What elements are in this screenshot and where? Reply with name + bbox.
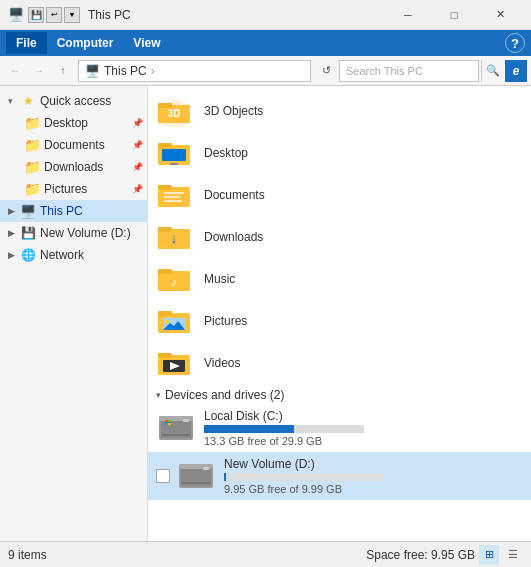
folder-item-music[interactable]: ♪ Music [148,258,531,300]
forward-button[interactable]: → [28,60,50,82]
drive-bar-bg-c [204,425,364,433]
folder-name-videos: Videos [204,356,240,370]
help-button[interactable]: ? [505,33,525,53]
drive-bar-bg-d [224,473,384,481]
undo-toolbar-btn[interactable]: ↩ [46,7,62,23]
folder-name-desktop: Desktop [204,146,248,160]
window-icon: 🖥️ [8,7,24,22]
title-bar: 🖥️ 💾 ↩ ▼ This PC ─ □ ✕ [0,0,531,30]
folder-icon: 📁 [24,137,40,153]
folder-item-desktop[interactable]: Desktop [148,132,531,174]
sidebar-item-pictures[interactable]: 📁 Pictures 📌 [0,178,147,200]
sidebar-item-network[interactable]: ▶ 🌐 Network [0,244,147,266]
drive-icon: 💾 [20,225,36,241]
svg-rect-44 [181,482,211,484]
folder-item-documents[interactable]: Documents [148,174,531,216]
address-path[interactable]: 🖥️ This PC › [78,60,311,82]
folder-item-3d-objects[interactable]: 3D 3D Objects [148,90,531,132]
maximize-button[interactable]: □ [431,0,477,30]
folder-item-pictures[interactable]: Pictures [148,300,531,342]
svg-rect-37 [168,420,171,422]
svg-rect-38 [165,423,168,425]
drive-icon-c [156,408,196,448]
downloads-label: Downloads [44,160,103,174]
svg-text:3D: 3D [168,108,181,119]
svg-rect-9 [170,163,178,165]
sidebar-item-new-volume[interactable]: ▶ 💾 New Volume (D:) [0,222,147,244]
address-bar: ← → ↑ 🖥️ This PC › ↺ Search This PC 🔍 e [0,56,531,86]
folder-name-pictures: Pictures [204,314,247,328]
space-free-text: Space free: 9.95 GB [366,548,475,562]
ribbon: File Computer View ? [0,30,531,56]
folder-icon-downloads: ↓ [156,217,196,257]
folder-icon: 📁 [24,159,40,175]
network-icon: 🌐 [20,247,36,263]
folder-icon: 📁 [24,181,40,197]
svg-rect-27 [158,353,172,358]
pictures-label: Pictures [44,182,87,196]
pin-icon: 📌 [132,118,143,128]
up-button[interactable]: ↑ [52,60,74,82]
svg-rect-13 [164,196,180,198]
folder-icon-music: ♪ [156,259,196,299]
sidebar-item-this-pc[interactable]: ▶ 🖥️ This PC [0,200,147,222]
folder-icon-desktop [156,133,196,173]
drive-bar-fill-c [204,425,294,433]
svg-rect-36 [165,420,168,422]
expand-icon: ▾ [8,96,20,106]
window-title: This PC [88,8,385,22]
devices-section-title: Devices and drives (2) [165,388,284,402]
drive-name-c: Local Disk (C:) [204,409,523,423]
desktop-label: Desktop [44,116,88,130]
search-placeholder: Search This PC [346,65,423,77]
folder-icon: 📁 [24,115,40,131]
ribbon-tab-view[interactable]: View [123,32,170,54]
svg-rect-33 [183,419,189,422]
pin-icon: 📌 [132,184,143,194]
sidebar-item-desktop[interactable]: 📁 Desktop 📌 [0,112,147,134]
search-button[interactable]: 🔍 [481,60,503,82]
new-volume-label: New Volume (D:) [40,226,131,240]
edge-button[interactable]: e [505,60,527,82]
svg-rect-43 [203,467,209,470]
network-label: Network [40,248,84,262]
devices-section-header[interactable]: ▾ Devices and drives (2) [148,384,531,404]
dropdown-toolbar-btn[interactable]: ▼ [64,7,80,23]
folder-name-documents: Documents [204,188,265,202]
close-button[interactable]: ✕ [477,0,523,30]
drive-item-local-disk-c[interactable]: Local Disk (C:) 13.3 GB free of 29.9 GB [148,404,531,452]
folder-icon-3d-objects: 3D [156,91,196,131]
sidebar-item-documents[interactable]: 📁 Documents 📌 [0,134,147,156]
view-icons-button[interactable]: ⊞ [479,545,499,565]
pin-icon: 📌 [132,162,143,172]
sidebar-quick-access[interactable]: ▾ ★ Quick access [0,90,147,112]
sidebar-item-downloads[interactable]: 📁 Downloads 📌 [0,156,147,178]
svg-rect-11 [158,185,172,190]
view-list-button[interactable]: ☰ [503,545,523,565]
folder-item-videos[interactable]: Videos [148,342,531,384]
path-text: This PC [104,64,147,78]
ribbon-tab-computer[interactable]: Computer [47,32,124,54]
expand-arrow-icon: ▾ [156,390,161,400]
drive-icon-d [176,456,216,496]
ribbon-tab-file[interactable]: File [6,32,47,54]
content-area: 3D 3D Objects Desktop [148,86,531,541]
quick-access-toolbar: 💾 ↩ ▼ [28,7,80,23]
quick-access-label: Quick access [40,94,111,108]
svg-rect-22 [158,311,172,316]
drive-item-new-volume-d[interactable]: New Volume (D:) 9.95 GB free of 9.99 GB [148,452,531,500]
back-button[interactable]: ← [4,60,26,82]
svg-rect-12 [164,192,184,194]
svg-rect-7 [158,143,172,148]
save-toolbar-btn[interactable]: 💾 [28,7,44,23]
drive-info-c: Local Disk (C:) 13.3 GB free of 29.9 GB [204,409,523,447]
folder-item-downloads[interactable]: ↓ Downloads [148,216,531,258]
minimize-button[interactable]: ─ [385,0,431,30]
expand-icon: ▶ [8,250,20,260]
drive-checkbox-d[interactable] [156,469,170,483]
refresh-button[interactable]: ↺ [315,60,337,82]
search-box[interactable]: Search This PC [339,60,479,82]
drive-info-d: New Volume (D:) 9.95 GB free of 9.99 GB [224,457,523,495]
computer-icon: 🖥️ [20,203,36,219]
svg-rect-14 [164,200,182,202]
